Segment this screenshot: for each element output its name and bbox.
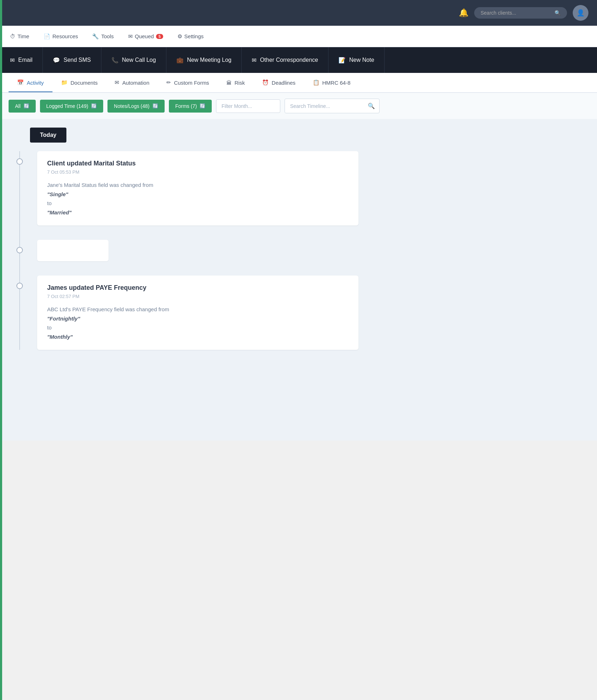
refresh-all-icon: 🔄: [24, 103, 29, 109]
refresh-notes-icon: 🔄: [152, 103, 158, 109]
other-correspondence-button[interactable]: ✉ Other Correspondence: [242, 47, 328, 73]
search-timeline-wrapper: 🔍: [285, 99, 380, 113]
timeline-card-1: Client updated Marital Status 7 Oct 05:5…: [37, 151, 358, 225]
entry-1-to-label: to: [47, 200, 52, 206]
tab-documents[interactable]: 📁 Documents: [52, 74, 106, 92]
phone-icon: 📞: [111, 57, 119, 64]
nav-label-time: Time: [17, 33, 29, 39]
entry-2-body-prefix: ABC Ltd's PAYE Frequency field was chang…: [47, 306, 169, 312]
nav-item-tools[interactable]: 🔧 Tools: [91, 30, 115, 43]
time-icon: ⏱: [10, 33, 15, 39]
correspondence-icon: ✉: [252, 57, 256, 64]
search-bar-container: 🔍: [474, 7, 567, 19]
tab-custom-forms[interactable]: ✏ Custom Forms: [158, 74, 217, 92]
queued-badge: 5: [156, 34, 163, 39]
tab-automation[interactable]: ✉ Automation: [106, 74, 158, 92]
timeline-spacer: [37, 240, 588, 261]
tab-activity-label: Activity: [27, 80, 44, 86]
timeline-dot-spacer: [16, 247, 23, 253]
timeline-entry-2: James updated PAYE Frequency 7 Oct 02:57…: [37, 275, 588, 350]
all-filter-button[interactable]: All 🔄: [9, 100, 36, 113]
entry-1-title: Client updated Marital Status: [47, 160, 348, 167]
entry-2-title: James updated PAYE Frequency: [47, 284, 348, 292]
avatar[interactable]: 👤: [573, 5, 588, 21]
automation-icon: ✉: [115, 79, 119, 86]
entry-1-time: 7 Oct 05:53 PM: [47, 169, 348, 175]
tab-custom-forms-label: Custom Forms: [174, 80, 209, 86]
note-icon: 📝: [338, 57, 346, 64]
logged-time-label: Logged Time (149): [46, 103, 89, 109]
tab-bar: 📅 Activity 📁 Documents ✉ Automation ✏ Cu…: [0, 73, 597, 93]
entry-2-from-value: "Fortnightly": [47, 316, 80, 322]
call-log-label: New Call Log: [122, 57, 156, 63]
tab-risk[interactable]: 🏛 Risk: [218, 74, 254, 92]
timeline-dot-2: [16, 283, 23, 289]
nav-label-settings: Settings: [184, 33, 204, 39]
notification-icon[interactable]: 🔔: [459, 8, 468, 18]
search-input[interactable]: [481, 10, 552, 16]
nav-item-settings[interactable]: ⚙ Settings: [176, 30, 205, 43]
sms-label: Send SMS: [64, 57, 91, 63]
timeline-dot-1: [16, 158, 23, 165]
green-accent-strip: [0, 0, 2, 441]
forms-label: Forms (7): [175, 103, 197, 109]
email-label: Email: [18, 57, 32, 63]
tab-hmrc-64-8[interactable]: 📋 HMRC 64-8: [304, 74, 359, 92]
email-button[interactable]: ✉ Email: [0, 47, 43, 73]
entry-2-to-label: to: [47, 324, 52, 331]
activity-icon: 📅: [17, 79, 24, 86]
entry-1-body: Jane's Marital Status field was changed …: [47, 180, 348, 217]
logged-time-button[interactable]: Logged Time (149) 🔄: [40, 100, 104, 113]
top-bar: 🔔 🔍 👤: [0, 0, 597, 26]
nav-label-tools: Tools: [101, 33, 114, 39]
new-meeting-log-button[interactable]: 💼 New Meeting Log: [166, 47, 242, 73]
nav-item-resources[interactable]: 📄 Resources: [42, 30, 80, 43]
tab-hmrc-label: HMRC 64-8: [322, 80, 351, 86]
notes-logs-button[interactable]: Notes/Logs (48) 🔄: [107, 100, 165, 113]
email-icon: ✉: [10, 57, 15, 64]
tab-automation-label: Automation: [122, 80, 149, 86]
entry-2-time: 7 Oct 02:57 PM: [47, 294, 348, 299]
new-note-button[interactable]: 📝 New Note: [328, 47, 385, 73]
resources-icon: 📄: [44, 33, 50, 40]
send-sms-button[interactable]: 💬 Send SMS: [43, 47, 101, 73]
timeline-wrapper: Client updated Marital Status 7 Oct 05:5…: [9, 151, 588, 350]
nav-item-queued[interactable]: ✉ Queued 5: [127, 30, 165, 43]
tab-risk-label: Risk: [235, 80, 245, 86]
refresh-forms-icon: 🔄: [200, 103, 205, 109]
custom-forms-icon: ✏: [166, 79, 171, 86]
new-call-log-button[interactable]: 📞 New Call Log: [101, 47, 166, 73]
new-note-label: New Note: [349, 57, 374, 63]
refresh-logged-icon: 🔄: [91, 103, 97, 109]
queued-icon: ✉: [128, 33, 133, 40]
notes-logs-label: Notes/Logs (48): [114, 103, 150, 109]
correspondence-label: Other Correspondence: [260, 57, 318, 63]
sms-icon: 💬: [53, 57, 60, 64]
nav-label-queued: Queued: [135, 33, 154, 39]
tab-activity[interactable]: 📅 Activity: [9, 74, 52, 92]
nav-label-resources: Resources: [52, 33, 78, 39]
meeting-icon: 💼: [176, 57, 184, 64]
tab-deadlines[interactable]: ⏰ Deadlines: [254, 74, 304, 92]
nav-item-time[interactable]: ⏱ Time: [9, 30, 31, 42]
timeline-area: Today Client updated Marital Status 7 Oc…: [0, 119, 597, 441]
action-bar: ✉ Email 💬 Send SMS 📞 New Call Log 💼 New …: [0, 47, 597, 73]
documents-icon: 📁: [61, 79, 68, 86]
all-label: All: [15, 103, 21, 109]
search-timeline-button[interactable]: 🔍: [363, 99, 379, 113]
timeline-card-2: James updated PAYE Frequency 7 Oct 02:57…: [37, 275, 358, 350]
filter-row: All 🔄 Logged Time (149) 🔄 Notes/Logs (48…: [0, 93, 597, 119]
meeting-log-label: New Meeting Log: [187, 57, 232, 63]
second-nav: ⏱ Time 📄 Resources 🔧 Tools ✉ Queued 5 ⚙ …: [0, 26, 597, 47]
entry-1-to-value: "Married": [47, 209, 71, 215]
tab-deadlines-label: Deadlines: [272, 80, 296, 86]
search-icon: 🔍: [555, 10, 561, 16]
settings-icon: ⚙: [177, 33, 182, 40]
filter-month-input[interactable]: [216, 99, 280, 113]
search-timeline-input[interactable]: [285, 100, 363, 113]
entry-2-body: ABC Ltd's PAYE Frequency field was chang…: [47, 305, 348, 341]
timeline-entry-1: Client updated Marital Status 7 Oct 05:5…: [37, 151, 588, 225]
spacer-card: [37, 240, 109, 261]
tab-documents-label: Documents: [71, 80, 98, 86]
forms-button[interactable]: Forms (7) 🔄: [169, 100, 212, 113]
